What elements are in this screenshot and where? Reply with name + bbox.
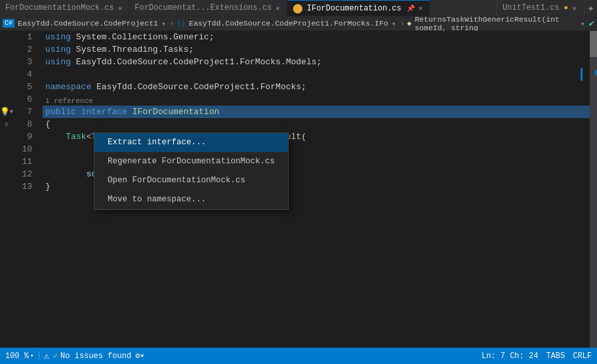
- scrollbar-thumb[interactable]: [590, 31, 597, 57]
- code-line-8: {: [43, 118, 590, 131]
- tab-modified-dot: ●: [564, 4, 569, 12]
- tab-label-active: IForDocumentation.cs: [307, 4, 401, 13]
- tab-close-1[interactable]: ✕: [117, 4, 124, 12]
- tab-for-documentation-mock[interactable]: ForDocumentationMock.cs ✕: [0, 0, 129, 16]
- lightbulb-icon[interactable]: 💡: [0, 107, 10, 117]
- method-icon: ◆: [407, 19, 412, 28]
- tab-unittest[interactable]: UnitTest1.cs ● ✕: [497, 0, 584, 16]
- tab-bar: ForDocumentationMock.cs ✕ ForDocumentat.…: [0, 0, 597, 16]
- code-line-5: namespace EasyTdd.CodeSource.CodeProject…: [43, 81, 590, 93]
- context-menu: Extract interface... Regenerate ForDocum…: [94, 132, 289, 210]
- breadcrumb-right-label: ReturnsTaskWithGenericResult(int someId,…: [415, 15, 577, 32]
- project-icon: C#: [3, 19, 14, 28]
- status-left: 100 % ▾ ⚠ ✔ No issues found ⚙▾: [5, 350, 145, 361]
- tab-spacer: [430, 0, 497, 16]
- status-bar: 100 % ▾ ⚠ ✔ No issues found ⚙▾ Ln: 7 Ch:…: [0, 348, 597, 364]
- tab-close-4[interactable]: ✕: [571, 4, 578, 12]
- breadcrumb-bar: C# EasyTdd.CodeSource.CodeProject1 ▾ › ⟨…: [0, 16, 597, 31]
- tab-close-2[interactable]: ✕: [274, 4, 281, 12]
- tab-label: ForDocumentat...Extensions.cs: [134, 3, 272, 12]
- line-numbers: 1 2 3 4 5 6 7 8 9 10 11 12 13: [13, 31, 43, 348]
- no-issues-check-icon: ✔: [53, 351, 58, 361]
- breadcrumb-right[interactable]: ◆ ReturnsTaskWithGenericResult(int someI…: [407, 15, 587, 32]
- tab-pin-icon: 📌: [407, 5, 415, 12]
- add-tab-icon: ✚: [588, 3, 593, 13]
- code-line-6: [43, 93, 590, 106]
- tab-ifor-documentation[interactable]: ⬤ IForDocumentation.cs 📌 ✕: [287, 0, 430, 16]
- collapse-icon: ▽: [5, 121, 9, 129]
- encoding: CRLF: [573, 352, 592, 361]
- breadcrumb-sep1: ›: [170, 19, 175, 28]
- no-issues-label: No issues found: [60, 352, 131, 361]
- editor-area: 💡 ▼ ▽ 1 2 3 4 5 6 7 8 9 10 11 12 13 usin…: [0, 31, 597, 348]
- lightbulb-gutter: 💡 ▼: [0, 106, 13, 118]
- breadcrumb-middle[interactable]: ⟨⟩ EasyTdd.CodeSource.CodeProject1.ForMo…: [177, 19, 398, 28]
- breadcrumb-middle-label: EasyTdd.CodeSource.CodeProject1.ForMocks…: [189, 19, 388, 28]
- code-editor[interactable]: using System.Collections.Generic; using …: [43, 31, 590, 348]
- code-line-7-wrapper: 1 reference public interface IForDocumen…: [43, 106, 590, 118]
- tab-modified-indicator: ⬤: [293, 3, 303, 14]
- tab-close-3[interactable]: ✕: [417, 4, 424, 12]
- context-menu-item-extract[interactable]: Extract interface...: [94, 133, 288, 152]
- zoom-arrow-icon: ▾: [30, 352, 33, 359]
- tab-extensions[interactable]: ForDocumentat...Extensions.cs ✕: [129, 0, 287, 16]
- checkmark-icon[interactable]: ✔: [589, 18, 594, 29]
- status-right: Ln: 7 Ch: 24 TABS CRLF: [482, 352, 592, 361]
- tab-label: UnitTest1.cs: [503, 3, 559, 12]
- context-menu-item-regenerate[interactable]: Regenerate ForDocumentationMock.cs: [94, 152, 288, 171]
- expand-collapse-8[interactable]: ▽: [0, 118, 13, 131]
- code-line-1: using System.Collections.Generic;: [43, 31, 590, 43]
- status-warning-icon[interactable]: ⚠: [43, 350, 49, 361]
- breadcrumb-left[interactable]: C# EasyTdd.CodeSource.CodeProject1 ▾: [3, 19, 167, 28]
- code-line-4: [43, 68, 590, 81]
- lightbulb-dropdown-icon[interactable]: ▼: [10, 109, 13, 115]
- code-line-3: using EasyTdd.CodeSource.CodeProject1.Fo…: [43, 56, 590, 68]
- tab-label: ForDocumentationMock.cs: [5, 3, 114, 12]
- interface-icon: ⟨⟩: [177, 19, 186, 28]
- context-menu-item-move[interactable]: Move to namespace...: [94, 190, 288, 209]
- cursor-position: Ln: 7 Ch: 24: [482, 352, 538, 361]
- context-menu-item-open[interactable]: Open ForDocumentationMock.cs: [94, 171, 288, 190]
- editor-scrollbar[interactable]: [590, 31, 597, 348]
- tab-add-button[interactable]: ✚: [584, 0, 597, 16]
- code-line-2: using System.Threading.Tasks;: [43, 43, 590, 56]
- code-line-7: public interface IForDocumentation: [43, 106, 590, 118]
- breadcrumb-sep2: ›: [400, 19, 405, 28]
- tab-type: TABS: [546, 352, 565, 361]
- status-tools-icon[interactable]: ⚙▾: [135, 351, 144, 361]
- editor-gutter: 💡 ▼ ▽: [0, 31, 13, 348]
- zoom-value: 100 %: [5, 352, 29, 361]
- status-no-issues: ✔ No issues found: [53, 351, 131, 361]
- accent-bar: [581, 68, 583, 81]
- breadcrumb-left-label: EasyTdd.CodeSource.CodeProject1: [18, 19, 158, 28]
- status-zoom[interactable]: 100 % ▾: [5, 352, 39, 361]
